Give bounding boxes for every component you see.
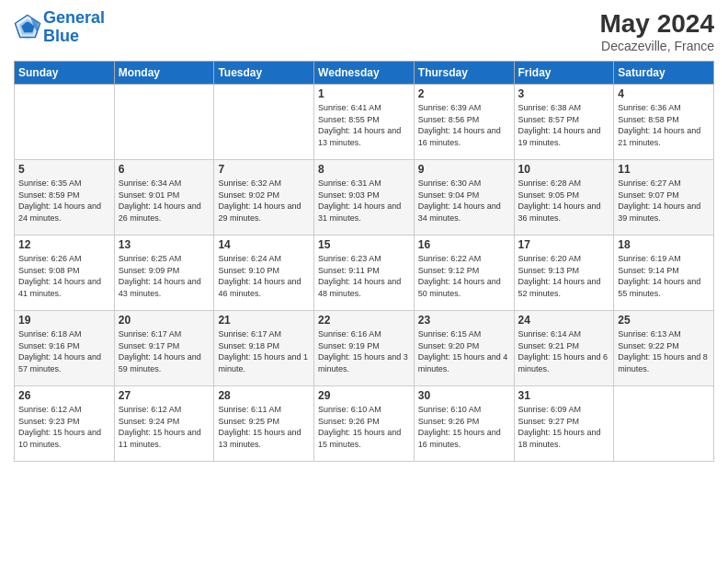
day-info: Sunrise: 6:36 AM Sunset: 8:58 PM Dayligh… xyxy=(618,102,710,148)
day-number: 12 xyxy=(18,238,110,251)
header-sunday: Sunday xyxy=(15,62,115,85)
calendar-cell-w2-d3: 15 Sunrise: 6:23 AM Sunset: 9:11 PM Dayl… xyxy=(314,236,415,311)
sunset-text: Sunset: 9:07 PM xyxy=(618,190,710,201)
day-number: 18 xyxy=(618,238,710,251)
sunset-text: Sunset: 9:19 PM xyxy=(318,340,410,352)
header-wednesday: Wednesday xyxy=(314,62,415,85)
sunrise-text: Sunrise: 6:23 AM xyxy=(318,253,410,265)
calendar-cell-w0-d6: 4 Sunrise: 6:36 AM Sunset: 8:58 PM Dayli… xyxy=(614,85,714,160)
day-number: 20 xyxy=(119,314,210,327)
day-number: 7 xyxy=(218,163,310,176)
day-number: 2 xyxy=(418,87,510,100)
calendar-cell-w3-d5: 24 Sunrise: 6:14 AM Sunset: 9:21 PM Dayl… xyxy=(514,311,614,386)
daylight-text: Daylight: 15 hours and 4 minutes. xyxy=(418,351,510,374)
day-number: 19 xyxy=(18,314,110,327)
sunset-text: Sunset: 9:03 PM xyxy=(318,190,410,201)
day-number: 31 xyxy=(518,389,610,402)
day-number: 3 xyxy=(518,87,610,100)
calendar-cell-w1-d6: 11 Sunrise: 6:27 AM Sunset: 9:07 PM Dayl… xyxy=(614,160,714,236)
sunset-text: Sunset: 9:05 PM xyxy=(518,190,610,201)
day-number: 30 xyxy=(418,389,510,402)
day-info: Sunrise: 6:22 AM Sunset: 9:12 PM Dayligh… xyxy=(418,253,510,299)
daylight-text: Daylight: 14 hours and 19 minutes. xyxy=(518,125,610,148)
day-info: Sunrise: 6:25 AM Sunset: 9:09 PM Dayligh… xyxy=(119,253,210,299)
day-info: Sunrise: 6:17 AM Sunset: 9:18 PM Dayligh… xyxy=(218,328,310,374)
sunset-text: Sunset: 9:27 PM xyxy=(518,416,610,428)
sunrise-text: Sunrise: 6:38 AM xyxy=(518,102,610,114)
daylight-text: Daylight: 14 hours and 24 minutes. xyxy=(18,201,110,224)
header-friday: Friday xyxy=(514,62,614,85)
calendar-cell-w1-d5: 10 Sunrise: 6:28 AM Sunset: 9:05 PM Dayl… xyxy=(514,160,614,236)
sunset-text: Sunset: 9:18 PM xyxy=(218,340,310,352)
calendar-cell-w2-d4: 16 Sunrise: 6:22 AM Sunset: 9:12 PM Dayl… xyxy=(414,236,514,311)
calendar-header-row: Sunday Monday Tuesday Wednesday Thursday… xyxy=(15,62,714,85)
sunrise-text: Sunrise: 6:18 AM xyxy=(18,328,110,340)
sunset-text: Sunset: 8:55 PM xyxy=(318,114,410,126)
week-row-3: 19 Sunrise: 6:18 AM Sunset: 9:16 PM Dayl… xyxy=(15,311,714,386)
day-number: 4 xyxy=(618,87,710,100)
week-row-0: 1 Sunrise: 6:41 AM Sunset: 8:55 PM Dayli… xyxy=(15,85,714,160)
day-info: Sunrise: 6:24 AM Sunset: 9:10 PM Dayligh… xyxy=(218,253,310,299)
calendar-cell-w0-d0 xyxy=(15,85,115,160)
calendar-cell-w0-d2 xyxy=(214,85,314,160)
sunrise-text: Sunrise: 6:20 AM xyxy=(518,253,610,265)
sunset-text: Sunset: 9:16 PM xyxy=(18,340,110,352)
day-info: Sunrise: 6:09 AM Sunset: 9:27 PM Dayligh… xyxy=(518,404,610,450)
calendar-cell-w4-d5: 31 Sunrise: 6:09 AM Sunset: 9:27 PM Dayl… xyxy=(514,386,614,462)
sunset-text: Sunset: 9:12 PM xyxy=(418,265,510,277)
calendar-cell-w2-d1: 13 Sunrise: 6:25 AM Sunset: 9:09 PM Dayl… xyxy=(114,236,214,311)
daylight-text: Daylight: 14 hours and 55 minutes. xyxy=(618,276,710,299)
calendar-cell-w4-d6 xyxy=(614,386,714,462)
sunset-text: Sunset: 9:26 PM xyxy=(418,416,510,428)
sunrise-text: Sunrise: 6:19 AM xyxy=(618,253,710,265)
day-number: 21 xyxy=(218,314,310,327)
day-number: 5 xyxy=(18,163,110,176)
sunrise-text: Sunrise: 6:24 AM xyxy=(218,253,310,265)
daylight-text: Daylight: 15 hours and 13 minutes. xyxy=(218,427,310,450)
month-year: May 2024 xyxy=(599,9,714,39)
sunset-text: Sunset: 8:58 PM xyxy=(618,114,710,126)
daylight-text: Daylight: 14 hours and 34 minutes. xyxy=(418,201,510,224)
sunset-text: Sunset: 9:23 PM xyxy=(18,416,110,428)
calendar-cell-w2-d5: 17 Sunrise: 6:20 AM Sunset: 9:13 PM Dayl… xyxy=(514,236,614,311)
daylight-text: Daylight: 15 hours and 11 minutes. xyxy=(119,427,210,450)
day-info: Sunrise: 6:32 AM Sunset: 9:02 PM Dayligh… xyxy=(218,178,310,224)
sunset-text: Sunset: 8:57 PM xyxy=(518,114,610,126)
calendar-cell-w0-d3: 1 Sunrise: 6:41 AM Sunset: 8:55 PM Dayli… xyxy=(314,85,415,160)
daylight-text: Daylight: 14 hours and 29 minutes. xyxy=(218,201,310,224)
daylight-text: Daylight: 14 hours and 48 minutes. xyxy=(318,276,410,299)
calendar-cell-w1-d0: 5 Sunrise: 6:35 AM Sunset: 8:59 PM Dayli… xyxy=(15,160,115,236)
sunset-text: Sunset: 9:01 PM xyxy=(119,190,210,201)
day-info: Sunrise: 6:16 AM Sunset: 9:19 PM Dayligh… xyxy=(318,328,410,374)
calendar-cell-w4-d2: 28 Sunrise: 6:11 AM Sunset: 9:25 PM Dayl… xyxy=(214,386,314,462)
calendar-cell-w3-d6: 25 Sunrise: 6:13 AM Sunset: 9:22 PM Dayl… xyxy=(614,311,714,386)
day-info: Sunrise: 6:10 AM Sunset: 9:26 PM Dayligh… xyxy=(418,404,510,450)
sunrise-text: Sunrise: 6:30 AM xyxy=(418,178,510,190)
sunrise-text: Sunrise: 6:26 AM xyxy=(18,253,110,265)
calendar-cell-w1-d3: 8 Sunrise: 6:31 AM Sunset: 9:03 PM Dayli… xyxy=(314,160,415,236)
calendar-cell-w3-d1: 20 Sunrise: 6:17 AM Sunset: 9:17 PM Dayl… xyxy=(114,311,214,386)
logo-icon xyxy=(14,14,41,41)
sunrise-text: Sunrise: 6:12 AM xyxy=(18,404,110,416)
calendar-cell-w1-d4: 9 Sunrise: 6:30 AM Sunset: 9:04 PM Dayli… xyxy=(414,160,514,236)
sunrise-text: Sunrise: 6:41 AM xyxy=(318,102,410,114)
day-info: Sunrise: 6:19 AM Sunset: 9:14 PM Dayligh… xyxy=(618,253,710,299)
daylight-text: Daylight: 15 hours and 1 minute. xyxy=(218,351,310,374)
sunrise-text: Sunrise: 6:10 AM xyxy=(318,404,410,416)
sunset-text: Sunset: 9:20 PM xyxy=(418,340,510,352)
day-number: 11 xyxy=(618,163,710,176)
daylight-text: Daylight: 15 hours and 6 minutes. xyxy=(518,351,610,374)
sunset-text: Sunset: 9:09 PM xyxy=(119,265,210,277)
day-info: Sunrise: 6:10 AM Sunset: 9:26 PM Dayligh… xyxy=(318,404,410,450)
day-info: Sunrise: 6:12 AM Sunset: 9:23 PM Dayligh… xyxy=(18,404,110,450)
page: General Blue May 2024 Decazeville, Franc… xyxy=(0,0,728,563)
daylight-text: Daylight: 14 hours and 50 minutes. xyxy=(418,276,510,299)
sunset-text: Sunset: 9:26 PM xyxy=(318,416,410,428)
week-row-2: 12 Sunrise: 6:26 AM Sunset: 9:08 PM Dayl… xyxy=(15,236,714,311)
day-info: Sunrise: 6:28 AM Sunset: 9:05 PM Dayligh… xyxy=(518,178,610,224)
daylight-text: Daylight: 14 hours and 46 minutes. xyxy=(218,276,310,299)
daylight-text: Daylight: 14 hours and 57 minutes. xyxy=(18,351,110,374)
header-tuesday: Tuesday xyxy=(214,62,314,85)
day-number: 16 xyxy=(418,238,510,251)
logo-text: General Blue xyxy=(43,9,105,46)
